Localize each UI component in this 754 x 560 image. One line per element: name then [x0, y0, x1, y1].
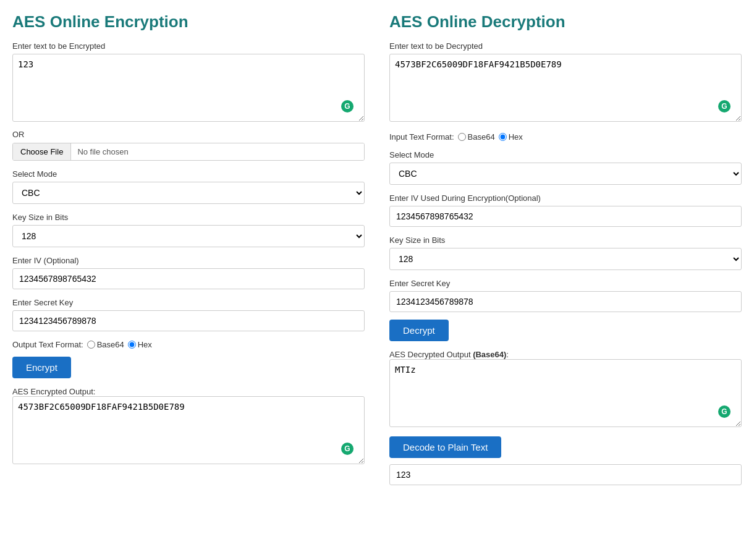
decrypt-format-base64-label[interactable]: Base64: [458, 132, 495, 142]
or-text: OR: [12, 130, 365, 139]
decrypt-output-format: (Base64): [473, 350, 506, 359]
encrypt-button[interactable]: Encrypt: [12, 357, 71, 378]
decryption-title: AES Online Decryption: [389, 12, 742, 32]
main-container: AES Online Encryption Enter text to be E…: [12, 12, 742, 485]
encryption-title: AES Online Encryption: [12, 12, 365, 32]
encrypt-base64-text: Base64: [97, 340, 124, 349]
file-input-row: Choose File No file chosen: [12, 143, 365, 161]
decrypt-hex-text: Hex: [509, 132, 523, 142]
decrypt-iv-label: Enter IV Used During Encryption(Optional…: [389, 193, 742, 203]
decrypt-input-format-label: Input Text Format:: [389, 132, 454, 142]
grammarly-icon-decrypt-output: G: [718, 405, 731, 418]
decrypt-input-format-row: Input Text Format: Base64 Hex: [389, 132, 742, 142]
encrypt-format-hex-radio[interactable]: [128, 341, 136, 349]
decrypt-textarea[interactable]: 4573BF2C65009DF18FAF9421B5D0E789: [389, 54, 742, 122]
encrypt-key-size-select[interactable]: 128 192 256: [12, 225, 365, 247]
decrypt-format-base64-radio[interactable]: [458, 133, 466, 141]
plain-text-output[interactable]: [389, 464, 742, 485]
encrypt-format-hex-label[interactable]: Hex: [128, 340, 152, 349]
encrypt-output-label: AES Encrypted Output:: [12, 387, 365, 396]
encrypt-textarea-wrapper: 123 G: [12, 54, 365, 124]
decrypt-textarea-label: Enter text to be Decrypted: [389, 41, 742, 51]
decrypt-key-size-select[interactable]: 128 192 256: [389, 248, 742, 270]
encrypt-output-wrapper: 4573BF2C65009DF18FAF9421B5D0E789 G: [12, 396, 365, 466]
encrypt-format-base64-radio[interactable]: [87, 341, 95, 349]
encrypt-iv-input[interactable]: [12, 268, 365, 289]
file-no-chosen-label: No file chosen: [71, 143, 364, 160]
decrypt-base64-text: Base64: [468, 132, 495, 142]
encrypt-output-format-label: Output Text Format:: [12, 340, 83, 349]
encrypt-output-format-row: Output Text Format: Base64 Hex: [12, 340, 365, 349]
decrypt-textarea-wrapper: 4573BF2C65009DF18FAF9421B5D0E789 G: [389, 54, 742, 124]
encrypt-output-textarea[interactable]: 4573BF2C65009DF18FAF9421B5D0E789: [12, 396, 365, 464]
encryption-panel: AES Online Encryption Enter text to be E…: [12, 12, 365, 485]
encrypt-key-size-label: Key Size in Bits: [12, 213, 365, 222]
encrypt-mode-select[interactable]: CBC ECB CFB OFB CTR: [12, 182, 365, 204]
decrypt-mode-label: Select Mode: [389, 150, 742, 159]
encrypt-textarea[interactable]: 123: [12, 54, 365, 122]
decrypt-secret-key-label: Enter Secret Key: [389, 279, 742, 288]
decrypt-secret-key-input[interactable]: [389, 291, 742, 312]
decrypt-output-wrapper: MTIz G: [389, 359, 742, 429]
encrypt-iv-label: Enter IV (Optional): [12, 256, 365, 265]
encrypt-textarea-label: Enter text to be Encrypted: [12, 41, 365, 51]
decrypt-key-size-label: Key Size in Bits: [389, 235, 742, 245]
encrypt-secret-key-label: Enter Secret Key: [12, 298, 365, 307]
encrypt-format-base64-label[interactable]: Base64: [87, 340, 124, 349]
decode-to-plain-text-button[interactable]: Decode to Plain Text: [389, 436, 501, 458]
grammarly-icon-encrypt-output: G: [341, 443, 354, 455]
decrypt-iv-input[interactable]: [389, 206, 742, 227]
grammarly-icon-encrypt: G: [341, 100, 354, 112]
grammarly-icon-decrypt: G: [718, 100, 731, 112]
encrypt-mode-label: Select Mode: [12, 169, 365, 179]
decrypt-output-label: AES Decrypted Output (Base64):: [389, 350, 742, 359]
decrypt-format-hex-radio[interactable]: [499, 133, 507, 141]
decrypt-format-hex-label[interactable]: Hex: [499, 132, 523, 142]
encrypt-hex-text: Hex: [138, 340, 152, 349]
decryption-panel: AES Online Decryption Enter text to be D…: [389, 12, 742, 485]
choose-file-button[interactable]: Choose File: [13, 143, 71, 160]
decrypt-button[interactable]: Decrypt: [389, 320, 449, 341]
decrypt-mode-select[interactable]: CBC ECB CFB OFB CTR: [389, 163, 742, 185]
decrypt-output-textarea[interactable]: MTIz: [389, 359, 742, 427]
encrypt-secret-key-input[interactable]: [12, 310, 365, 331]
